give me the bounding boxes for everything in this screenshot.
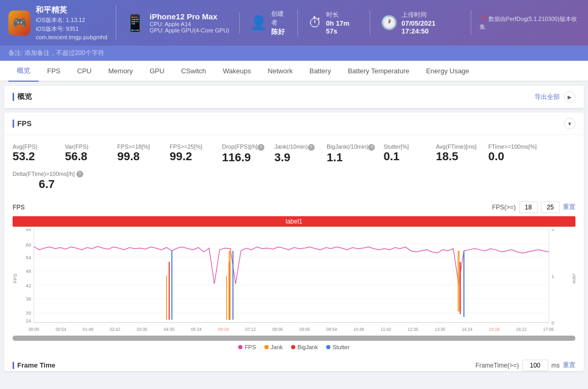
app-name: 和平精英 — [36, 5, 107, 15]
nav-tab-cswitch[interactable]: CSwitch — [173, 62, 215, 81]
creator-value: 陈好 — [271, 27, 289, 37]
fps-stat-value-3: 99.2 — [170, 150, 192, 163]
overview-actions: 导出全部 ▶ — [535, 91, 575, 103]
overview-title: 概览 — [13, 92, 32, 102]
duration-icon: ⏱ — [308, 15, 322, 31]
fps-section: FPS ▼ Avg(FPS)53.2Var(FPS)56.8FPS>=18[%]… — [4, 113, 584, 371]
legend-dot-2 — [291, 345, 295, 349]
nav-tab-cpu[interactable]: CPU — [69, 62, 99, 81]
data-source: ❓ 数据由PerfDog(5.1.210300)版本收集 — [480, 15, 580, 31]
fps-chart-header: FPS FPS(>=) 重置 — [13, 202, 575, 213]
fps-stat-value-2: 99.8 — [117, 150, 140, 163]
svg-text:24: 24 — [26, 318, 31, 323]
nav-tab-battery_temp[interactable]: Battery Temperature — [339, 62, 418, 81]
overview-collapse-button[interactable]: ▶ — [564, 91, 575, 103]
fps-stat-label-6: BigJank(/10min)? — [327, 143, 375, 151]
svg-text:01:48: 01:48 — [83, 327, 94, 331]
ft-reset-button[interactable]: 重置 — [563, 361, 575, 370]
nav-tab-overview[interactable]: 概览 — [8, 61, 39, 82]
ft-label: FrameTime(>=) — [475, 362, 519, 369]
duration-value: 0h 17m 57s — [326, 19, 361, 35]
fps-reset-button[interactable]: 重置 — [563, 203, 575, 212]
svg-text:05:24: 05:24 — [191, 327, 202, 331]
svg-text:07:12: 07:12 — [245, 327, 256, 331]
svg-text:04:30: 04:30 — [164, 327, 175, 331]
fps-stat-label-3: FPS>=25[%] — [170, 143, 202, 150]
app-text: 和平精英 iOS版本名: 1.13.12 iOS版本号: 9351 com.te… — [36, 5, 107, 40]
ft-unit: ms — [551, 362, 560, 369]
ft-value-input[interactable] — [522, 360, 548, 371]
svg-text:Jank: Jank — [572, 273, 575, 283]
nav-tab-fps[interactable]: FPS — [39, 62, 69, 81]
fps-chart-svg: 66 60 54 48 42 36 30 24 2 1 0 — [13, 229, 575, 334]
fps-stat-value-0: 53.2 — [13, 150, 35, 163]
fps-chart-title: FPS — [13, 204, 25, 211]
creator-label: 创建者 — [271, 9, 289, 27]
svg-text:14:24: 14:24 — [462, 327, 473, 331]
upload-text: 上传时间 07/05/2021 17:24:50 — [402, 10, 462, 35]
device-icon: 📱 — [125, 13, 146, 33]
fps-stat-item-5: Jank(/10min)?3.9 — [274, 141, 327, 166]
scrollbar-thumb[interactable] — [13, 336, 575, 341]
app-icon: 🎮 — [8, 10, 30, 36]
duration-label: 时长 — [326, 10, 361, 19]
main-content: 概览 导出全部 ▶ FPS ▼ Avg(FPS)53.2Var(FPS)56.8… — [0, 86, 588, 371]
upload-icon: 🕐 — [381, 15, 397, 31]
fps-stat-value-9: 0.0 — [488, 150, 504, 163]
nav-tab-battery[interactable]: Battery — [301, 62, 339, 81]
fps-delta-section: Delta(FTime)>100ms[/h] ? 6.7 — [4, 171, 584, 197]
fps-stat-value-6: 1.1 — [327, 151, 343, 164]
creator-section: 👤 创建者 陈好 — [248, 9, 298, 37]
fps-threshold1-input[interactable] — [519, 202, 538, 213]
fps-stat-item-3: FPS>=25[%]99.2 — [170, 141, 222, 166]
help-icon-4: ? — [258, 144, 264, 151]
fps-stat-label-1: Var(FPS) — [65, 143, 88, 150]
export-all-button[interactable]: 导出全部 — [535, 93, 560, 102]
frame-time-header: Frame Time FrameTime(>=) ms 重置 — [4, 354, 584, 371]
legend-label-2: BigJank — [297, 344, 318, 350]
notes-bar: 备注: 添加备注，不超过200个字符 — [0, 46, 588, 61]
creator-text: 创建者 陈好 — [271, 9, 289, 37]
svg-text:48: 48 — [26, 269, 31, 274]
legend-item-0: FPS — [238, 344, 256, 350]
svg-text:FPS: FPS — [13, 273, 18, 283]
fps-stat-label-7: Stutter[%] — [383, 143, 408, 150]
fps-stat-item-4: Drop(FPS)[/h]?116.9 — [222, 141, 274, 166]
device-text: iPhone12 Pro Max CPU: Apple A14 GPU: App… — [150, 12, 229, 34]
nav-tab-memory[interactable]: Memory — [100, 62, 141, 81]
svg-text:02:42: 02:42 — [110, 327, 121, 331]
device-gpu: GPU: Apple GPU(4-Core GPU) — [150, 27, 229, 34]
nav-tab-wakeups[interactable]: Wakeups — [215, 62, 260, 81]
device-name: iPhone12 Pro Max — [150, 12, 229, 21]
legend-label-1: Jank — [271, 344, 283, 350]
device-cpu: CPU: Apple A14 — [150, 21, 229, 27]
fps-stat-item-2: FPS>=18[%]99.8 — [117, 141, 170, 166]
svg-text:30: 30 — [26, 310, 31, 316]
legend-item-1: Jank — [264, 344, 283, 350]
legend-label-3: Stutter — [332, 344, 349, 350]
svg-text:16:12: 16:12 — [516, 327, 527, 331]
fps-stats-grid: Avg(FPS)53.2Var(FPS)56.8FPS>=18[%]99.8FP… — [4, 135, 584, 171]
fps-threshold2-input[interactable] — [541, 202, 560, 213]
creator-icon: 👤 — [250, 15, 267, 31]
fps-collapse-button[interactable]: ▼ — [564, 118, 575, 129]
svg-text:03:36: 03:36 — [137, 327, 148, 331]
svg-text:17:06: 17:06 — [543, 327, 554, 331]
svg-text:15:18: 15:18 — [489, 327, 500, 331]
duration-text: 时长 0h 17m 57s — [326, 10, 361, 35]
nav-tab-energy[interactable]: Energy Usage — [418, 62, 478, 81]
svg-rect-29 — [458, 251, 460, 312]
fps-threshold-controls: FPS(>=) 重置 — [492, 202, 575, 213]
nav-tab-gpu[interactable]: GPU — [141, 62, 173, 81]
frame-time-title: Frame Time — [13, 361, 56, 369]
svg-text:42: 42 — [26, 283, 31, 288]
chart-scrollbar[interactable] — [13, 336, 575, 341]
fps-stat-value-4: 116.9 — [222, 151, 251, 164]
svg-text:66: 66 — [26, 229, 31, 232]
svg-text:0: 0 — [551, 320, 554, 326]
frame-time-controls: FrameTime(>=) ms 重置 — [475, 360, 575, 371]
nav-tab-network[interactable]: Network — [259, 62, 301, 81]
delta-label: Delta(FTime)>100ms[/h] ? — [13, 171, 575, 177]
data-source-text: 数据由PerfDog(5.1.210300)版本收集 — [480, 16, 577, 30]
svg-text:60: 60 — [26, 242, 31, 247]
